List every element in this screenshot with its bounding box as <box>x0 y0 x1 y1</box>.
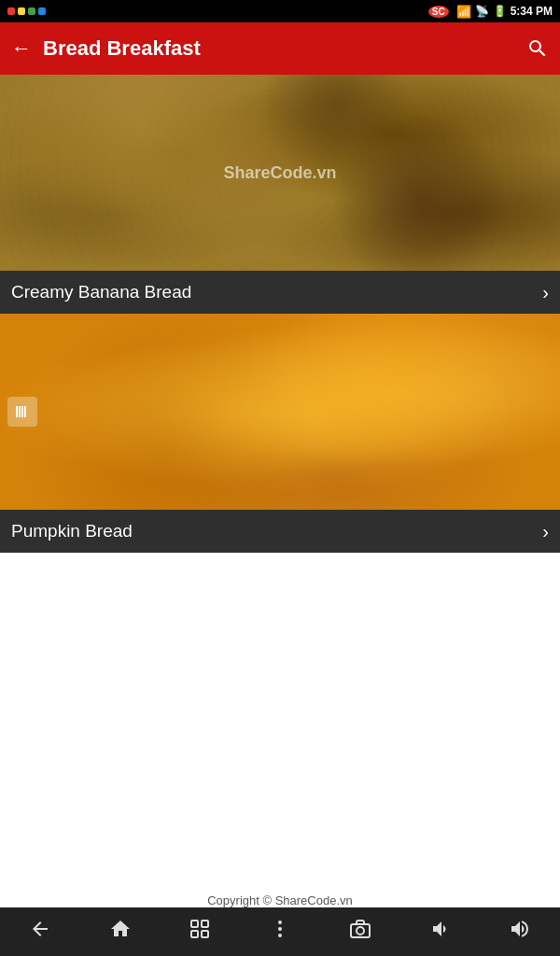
copyright-text: Copyright © ShareCode.vn <box>0 893 560 907</box>
chevron-right-icon-banana: › <box>542 282 549 303</box>
sharecode-logo: SC <box>428 7 449 17</box>
app-icon-1 <box>7 7 15 15</box>
banana-bread-image: ShareCode.vn <box>0 75 560 271</box>
nav-home-button[interactable] <box>109 918 132 946</box>
nav-menu-button[interactable] <box>269 918 291 946</box>
status-icons <box>7 7 46 15</box>
nav-back-button[interactable] <box>29 918 51 946</box>
recipe-image-pumpkin <box>0 314 560 510</box>
status-bar: SC 📶 📡 🔋 5:34 PM <box>0 0 560 22</box>
back-button[interactable]: ← <box>11 36 32 61</box>
app-icon-3 <box>28 7 35 15</box>
svg-rect-1 <box>19 406 21 417</box>
recipe-image-banana: ShareCode.vn <box>0 75 560 271</box>
chevron-right-icon-pumpkin: › <box>542 521 549 542</box>
app-bar: ← Bread Breakfast <box>0 22 560 75</box>
recipe-name-banana: Creamy Banana Bread <box>11 282 191 302</box>
recipe-label-bar-banana: Creamy Banana Bread › <box>0 271 560 314</box>
svg-rect-3 <box>24 406 26 417</box>
battery-icon: 🔋 <box>493 5 507 18</box>
svg-point-10 <box>278 934 282 937</box>
search-icon <box>526 37 549 60</box>
app-icon-4 <box>38 7 46 15</box>
nav-volume-down-button[interactable] <box>428 918 451 946</box>
page-title: Bread Breakfast <box>43 36 526 61</box>
recipe-list: ShareCode.vn Creamy Banana Bread › <box>0 75 560 553</box>
svg-point-12 <box>357 927 364 935</box>
signal-icon: 📡 <box>475 5 489 18</box>
pumpkin-bread-image <box>0 314 560 510</box>
svg-rect-5 <box>202 921 208 927</box>
nav-camera-button[interactable] <box>349 918 371 946</box>
recipe-name-pumpkin: Pumpkin Bread <box>11 521 133 541</box>
search-button[interactable] <box>526 37 549 60</box>
svg-rect-6 <box>191 931 198 937</box>
nav-bar <box>0 907 560 956</box>
status-bar-right: SC 📶 📡 🔋 5:34 PM <box>428 5 553 19</box>
svg-rect-0 <box>16 406 18 417</box>
recipe-card-banana-bread[interactable]: ShareCode.vn Creamy Banana Bread › <box>0 75 560 314</box>
play-overlay-icon <box>7 397 37 427</box>
svg-point-9 <box>278 927 282 931</box>
svg-rect-7 <box>202 931 208 937</box>
status-bar-left <box>7 7 46 15</box>
svg-rect-2 <box>21 406 23 417</box>
svg-point-8 <box>278 921 282 924</box>
recipe-card-pumpkin-bread[interactable]: Pumpkin Bread › <box>0 314 560 553</box>
wifi-icon: 📶 <box>456 5 471 19</box>
nav-recents-button[interactable] <box>189 918 211 946</box>
nav-volume-up-button[interactable] <box>509 918 531 946</box>
app-icon-2 <box>18 7 25 15</box>
time-display: 5:34 PM <box>511 5 553 18</box>
recipe-label-bar-pumpkin: Pumpkin Bread › <box>0 510 560 553</box>
image-watermark: ShareCode.vn <box>223 163 336 183</box>
svg-rect-4 <box>191 921 198 927</box>
